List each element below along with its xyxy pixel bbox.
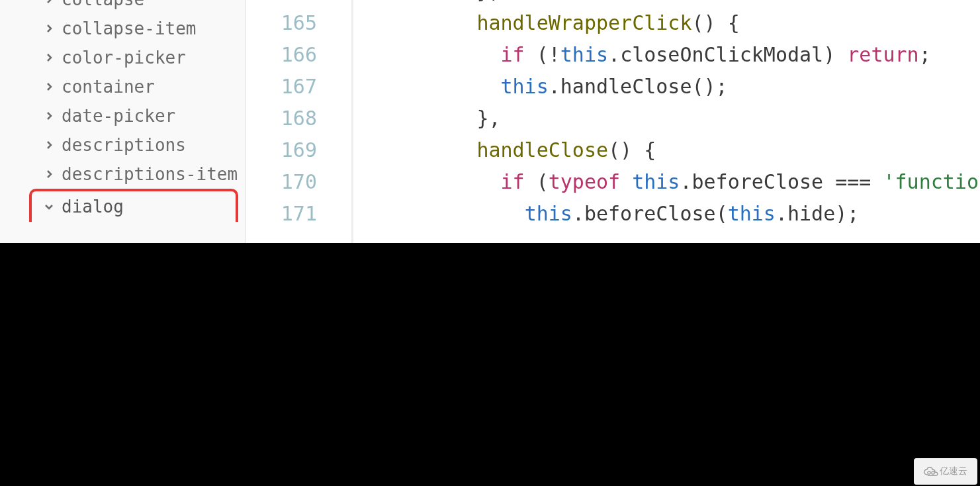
- svg-point-0: [928, 471, 930, 474]
- token-indent: [405, 75, 501, 98]
- tree-item-collapse-item[interactable]: collapse-item: [0, 14, 245, 43]
- token-punc: (: [525, 170, 549, 193]
- token-indent: [405, 0, 476, 3]
- line-number: 166: [246, 39, 317, 71]
- code-line[interactable]: this.handleClose();: [405, 71, 980, 103]
- code-area[interactable]: }, handleWrapperClick() { if (!this.clos…: [352, 0, 980, 243]
- line-number: 168: [246, 103, 317, 134]
- chevron-right-icon[interactable]: [43, 168, 55, 180]
- tree-item-dialog[interactable]: dialog: [29, 189, 238, 222]
- token-punc: ): [823, 43, 847, 66]
- token-indent: [405, 11, 476, 34]
- tree-item-label: container: [62, 77, 155, 97]
- code-editor: 164165166167168169170171 }, handleWrappe…: [246, 0, 980, 243]
- tree-item-container[interactable]: container: [0, 72, 245, 101]
- code-line[interactable]: this.beforeClose(this.hide);: [405, 198, 980, 230]
- tree-item-label: collapse-item: [62, 19, 197, 38]
- tree-item-label: descriptions: [62, 135, 186, 155]
- token-punc: );: [835, 202, 859, 225]
- token-punc: .: [608, 43, 620, 66]
- token-prop: beforeClose: [692, 170, 824, 193]
- token-punc: () {: [608, 138, 656, 162]
- token-punc: [620, 170, 632, 193]
- tree-item-descriptions[interactable]: descriptions: [0, 130, 245, 160]
- token-str: 'function: [883, 170, 981, 193]
- token-prop: handleClose: [560, 75, 692, 98]
- tree-item-label: dialog: [62, 197, 124, 217]
- token-punc: },: [476, 107, 500, 130]
- code-line[interactable]: if (typeof this.beforeClose === 'functio…: [405, 166, 980, 198]
- watermark-text: 亿速云: [940, 465, 967, 477]
- tree-item-label: descriptions-item: [62, 164, 238, 184]
- token-kw-if: if: [501, 170, 525, 193]
- code-line[interactable]: },: [405, 103, 980, 134]
- token-fn: handleClose: [476, 138, 608, 162]
- tree-item-descriptions-item[interactable]: descriptions-item: [0, 160, 245, 189]
- code-line[interactable]: if (!this.closeOnClickModal) return;: [405, 39, 980, 71]
- line-number: 171: [246, 198, 317, 230]
- line-number: 165: [246, 7, 317, 39]
- token-punc: (: [716, 202, 728, 225]
- token-punc: ;: [919, 43, 931, 66]
- line-number: 169: [246, 134, 317, 166]
- chevron-right-icon[interactable]: [43, 110, 55, 122]
- token-punc: .: [776, 202, 787, 225]
- file-tree-sidebar: collapsecollapse-itemcolor-pickercontain…: [0, 0, 246, 243]
- tree-item-label: color-picker: [62, 48, 186, 68]
- token-kw-this: this: [525, 202, 572, 225]
- token-indent: [405, 170, 501, 193]
- line-number: 170: [246, 166, 317, 198]
- token-indent: [405, 107, 476, 130]
- token-kw-this: this: [501, 75, 549, 98]
- token-prop: closeOnClickModal: [620, 43, 823, 66]
- line-number-gutter: 164165166167168169170171: [246, 0, 352, 243]
- token-punc: (!: [525, 43, 560, 66]
- chevron-right-icon[interactable]: [43, 81, 55, 93]
- token-prop: beforeClose: [584, 202, 716, 225]
- token-kw-if: if: [501, 43, 525, 66]
- token-punc: () {: [691, 11, 739, 34]
- code-line[interactable]: handleWrapperClick() {: [405, 7, 980, 39]
- svg-point-1: [932, 471, 934, 474]
- token-punc: .: [572, 202, 584, 225]
- tree-item-date-picker[interactable]: date-picker: [0, 101, 245, 130]
- token-indent: [405, 202, 525, 225]
- tree-item-color-picker[interactable]: color-picker: [0, 43, 245, 72]
- token-fn: handleWrapperClick: [476, 11, 691, 34]
- token-punc: },: [476, 0, 500, 3]
- token-kw-typeof: typeof: [549, 170, 620, 193]
- tree-item-label: date-picker: [62, 106, 175, 126]
- chevron-right-icon[interactable]: [43, 23, 55, 34]
- tree-item-label: collapse: [62, 0, 144, 9]
- chevron-down-icon[interactable]: [43, 201, 55, 213]
- token-kw-return: return: [847, 43, 918, 66]
- token-punc: ();: [692, 75, 728, 98]
- cloud-icon: [924, 467, 938, 476]
- token-op: ===: [823, 170, 883, 193]
- line-number: 167: [246, 71, 317, 103]
- token-kw-this: this: [560, 43, 608, 66]
- token-punc: .: [549, 75, 560, 98]
- token-punc: .: [680, 170, 691, 193]
- chevron-right-icon[interactable]: [43, 139, 55, 151]
- token-indent: [405, 138, 476, 162]
- watermark-badge: 亿速云: [914, 458, 977, 485]
- tree-item-collapse[interactable]: collapse: [0, 0, 245, 14]
- line-number: 164: [246, 0, 317, 7]
- code-line[interactable]: handleClose() {: [405, 134, 980, 166]
- chevron-right-icon[interactable]: [43, 52, 55, 64]
- code-line[interactable]: },: [405, 0, 980, 7]
- token-kw-this: this: [632, 170, 680, 193]
- chevron-right-icon[interactable]: [43, 0, 55, 5]
- token-indent: [405, 43, 501, 66]
- token-prop: hide: [787, 202, 835, 225]
- blackout-region: [0, 243, 980, 486]
- token-kw-this: this: [728, 202, 776, 225]
